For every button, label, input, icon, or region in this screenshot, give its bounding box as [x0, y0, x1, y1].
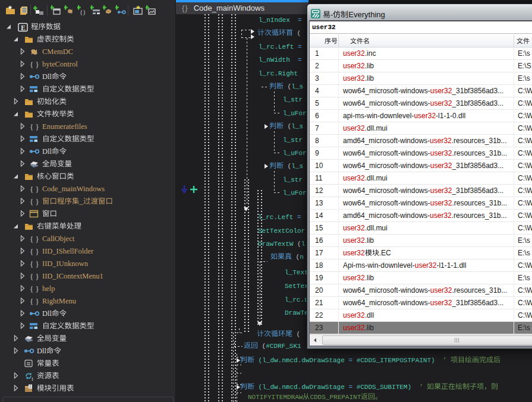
svg-text:{ }: { } — [30, 122, 39, 131]
svg-text:{ }: { } — [30, 297, 39, 306]
svg-text:{ }: { } — [30, 272, 39, 281]
svg-text:{ }: { } — [30, 197, 39, 206]
svg-text:{ }: { } — [30, 284, 39, 293]
svg-text:{ }: { } — [30, 247, 39, 256]
svg-text:{ }: { } — [30, 259, 39, 268]
svg-text:{ }: { } — [30, 235, 39, 243]
svg-text:{}: {} — [80, 8, 86, 15]
svg-text:{ }: { } — [30, 185, 39, 194]
svg-text:E: E — [21, 24, 26, 32]
svg-text:{ }: { } — [30, 60, 39, 69]
